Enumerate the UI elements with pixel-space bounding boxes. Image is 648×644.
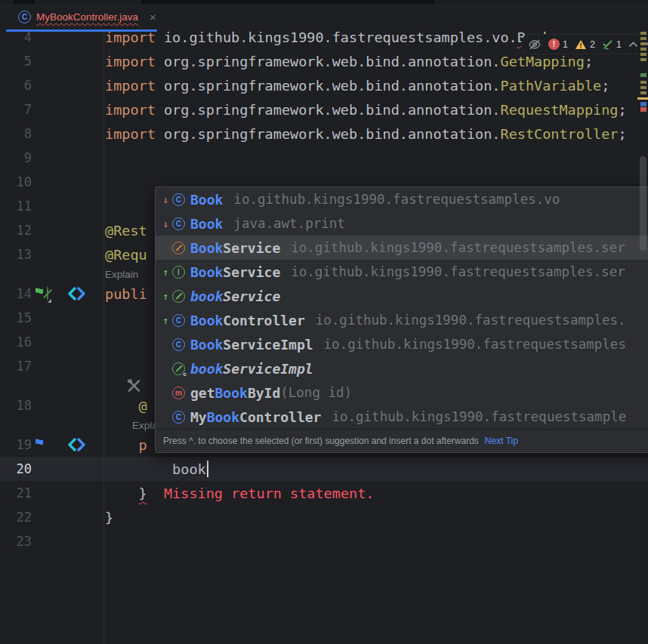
completion-item[interactable]: mgetBookById(Long id) [156,381,648,405]
line-number: 20 [0,457,32,481]
completion-type-icon-slot: m [172,387,190,399]
line-number: 12 [0,218,32,242]
completion-type-icon-slot [172,290,190,303]
stripe-mark [640,42,646,45]
completion-type-icon-slot: I [172,266,190,279]
class-icon: C [172,217,185,230]
class-icon: C [172,314,185,327]
code-token: ; [585,54,593,69]
tab-mybookcontroller[interactable]: C MyBookController.java × [6,4,161,29]
bean-c-icon: c [172,362,185,375]
next-tip-link[interactable]: Next Tip [485,436,518,446]
ok-check-icon[interactable] [602,39,613,50]
stripe-mark [640,58,646,61]
frequency-arrow-icon: ↑ [159,291,172,302]
code-line[interactable]: 7import org.springframework.web.bind.ann… [0,97,648,122]
stripe-mark [640,53,646,56]
run-icon-blue [33,438,45,451]
scrollbar-thumb[interactable] [640,156,646,251]
fast-request-icon [68,287,85,300]
fast-request-icon[interactable] [68,287,85,300]
chevron-up-icon[interactable] [628,42,638,48]
bean-gutter-icon [47,287,48,300]
close-icon[interactable]: × [150,11,156,23]
completion-item[interactable]: CMyBookControllerio.github.kings1990.fas… [156,405,648,429]
warning-icon[interactable] [575,39,587,50]
line-number: 8 [0,122,32,146]
completion-item[interactable]: ↑bookService [156,284,648,308]
run-icon-blue[interactable] [33,438,45,451]
completion-package: io.github.kings1990.fastrequestsamples [324,337,626,352]
completion-tip-bar: Press ^. to choose the selected (or firs… [156,429,648,452]
completion-item[interactable]: ↑IBookServiceio.github.kings1990.fastreq… [156,260,648,284]
method-icon: m [172,387,185,399]
line-number: 11 [0,194,32,218]
completion-type-icon-slot: C [172,338,190,351]
tools-icon[interactable] [127,379,141,393]
stripe-mark [640,107,646,112]
code-line[interactable]: 8import org.springframework.web.bind.ann… [0,122,648,146]
completion-name: Book [190,216,223,232]
code-line[interactable]: 20 book [0,457,648,481]
code-text: @Rest [105,218,147,242]
fast-request-icon[interactable] [68,438,85,451]
line-number: 17 [0,354,32,378]
code-token: GetMapping [501,54,585,69]
stripe-mark [640,102,646,106]
code-line[interactable]: 9 [0,146,648,170]
code-text: p [105,433,147,457]
code-token: @Requ [105,247,147,263]
code-token: import [105,54,164,69]
interface-icon: I [172,266,185,279]
completion-type-icon-slot: c [172,362,190,375]
line-number: 10 [0,170,32,194]
highlight-off-icon[interactable] [528,39,542,50]
code-token [105,485,139,501]
error-badge-icon[interactable]: ! [548,39,560,50]
gutter-separator [103,32,104,644]
explain-inlay-link[interactable]: Explain [105,267,138,282]
run-icon-green[interactable] [33,287,45,300]
code-token [147,485,164,501]
completion-type-icon-slot: C [172,193,190,206]
line-number: 6 [0,73,32,97]
code-editor[interactable]: 4import io.github.kings1990.fastrequests… [0,32,648,644]
completion-item[interactable]: cbookServiceImpl [156,356,648,381]
completion-name: BookService [190,264,280,280]
error-count[interactable]: 1 [563,39,568,50]
completion-package: (Long id) [280,385,352,400]
bean-gutter-icon[interactable] [47,287,48,300]
line-number: 18 [0,393,32,418]
code-token: p [105,437,147,453]
code-line[interactable]: 6import org.springframework.web.bind.ann… [0,73,648,97]
line-number: 15 [0,306,32,330]
completion-popup: ↓CBookio.github.kings1990.fastrequestsam… [155,186,648,453]
completion-package: io.github.kings1990.fastrequestsample [332,409,626,424]
line-number: 21 [0,481,32,505]
code-text: import org.springframework.web.bind.anno… [105,97,627,122]
completion-item[interactable]: BookServiceio.github.kings1990.fastreque… [156,236,648,260]
class-icon: C [172,193,185,206]
inline-error-text: Missing return statement. [164,485,374,501]
completion-name: BookService [190,240,280,256]
completion-item[interactable]: CBookServiceImplio.github.kings1990.fast… [156,332,648,356]
line-number: 7 [0,97,32,122]
completion-item[interactable]: ↑CBookControllerio.github.kings1990.fast… [156,308,648,332]
code-text: import org.springframework.web.bind.anno… [105,49,593,73]
completion-package: io.github.kings1990.fastrequestsamples.s… [291,264,625,279]
frequency-arrow-icon: ↑ [159,315,172,326]
code-text: import org.springframework.web.bind.anno… [105,122,627,146]
ok-count[interactable]: 1 [616,39,622,50]
fast-request-icon [68,438,85,451]
code-line[interactable]: 23 [0,529,648,553]
completion-package: io.github.kings1990.fastrequestsamples.v… [233,192,560,207]
code-line[interactable]: 21 } Missing return statement. [0,481,648,505]
stripe-mark [640,81,646,84]
warning-count[interactable]: 2 [590,39,595,50]
code-line[interactable]: 22} [0,505,648,529]
frequency-arrow-icon: ↓ [159,218,172,230]
completion-item[interactable]: ↓CBookjava.awt.print [156,211,648,236]
window-top-edge [0,0,648,4]
completion-item[interactable]: ↓CBookio.github.kings1990.fastrequestsam… [156,187,648,211]
completion-type-icon-slot: C [172,314,190,327]
